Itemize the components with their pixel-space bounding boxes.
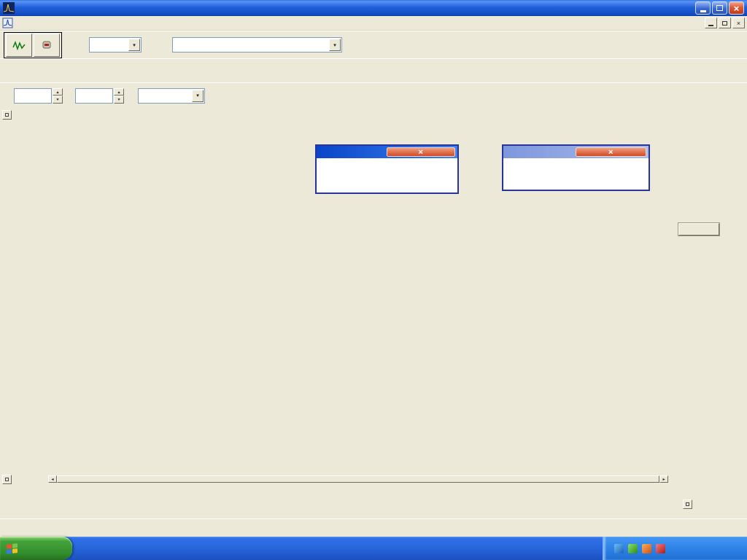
minimize-button[interactable]: [695, 1, 711, 15]
tray-icon-2[interactable]: [628, 544, 638, 553]
status-bar: [0, 518, 747, 535]
scrollbar-thumb[interactable]: [57, 475, 659, 483]
document-icon: [2, 18, 13, 28]
taskbar: [0, 537, 747, 560]
avg-select[interactable]: ▼: [89, 37, 142, 52]
plot-corner-button-top[interactable]: [2, 110, 12, 120]
mdi-close-button[interactable]: ×: [732, 18, 745, 28]
tray-icon-3[interactable]: [642, 544, 651, 553]
plot-corner-button-bottom[interactable]: [2, 475, 12, 484]
close-button[interactable]: ×: [729, 1, 744, 15]
close-icon[interactable]: ×: [576, 147, 647, 157]
peak-frequency-readout-window[interactable]: ×: [502, 144, 650, 191]
scroll-left-icon[interactable]: ◄: [48, 475, 57, 483]
stop-sign-icon: [42, 40, 52, 50]
chevron-down-icon[interactable]: ▼: [329, 39, 341, 51]
stop-button[interactable]: [34, 34, 60, 57]
thd-value: [317, 158, 457, 192]
chevron-down-icon[interactable]: ▼: [192, 90, 204, 102]
plot-range-spinner[interactable]: ▲▼: [114, 88, 124, 104]
run-button[interactable]: [6, 34, 32, 57]
main-toolbar: [0, 58, 747, 82]
menu-bar: ×: [0, 16, 747, 31]
thd-title-bar[interactable]: ×: [317, 146, 457, 158]
app-icon: [3, 2, 15, 14]
system-tray: [603, 537, 747, 560]
overlays-panel: [670, 108, 747, 518]
load-configuration-select[interactable]: ▼: [172, 37, 342, 52]
scroll-right-icon[interactable]: ►: [659, 475, 668, 483]
peak-frequency-title-bar[interactable]: ×: [503, 146, 649, 158]
plot-range-input[interactable]: [75, 88, 113, 104]
transport-toolbar: ▼ ▼: [0, 31, 747, 58]
mdi-restore-button[interactable]: [719, 18, 731, 28]
plot-top-input[interactable]: [14, 88, 52, 104]
windows-logo-icon: [7, 543, 18, 554]
run-stop-group: [4, 32, 62, 58]
restore-button[interactable]: [712, 1, 727, 15]
peak-hold-select[interactable]: ▼: [138, 88, 205, 104]
mdi-minimize-button[interactable]: [705, 18, 717, 28]
plot-toolbar: ▲▼ ▲▼ ▼: [0, 82, 747, 108]
run-waveform-icon: [12, 40, 26, 50]
title-bar: ×: [0, 0, 747, 16]
start-button[interactable]: [0, 537, 72, 560]
close-icon[interactable]: ×: [387, 147, 456, 157]
tray-icon-4[interactable]: [656, 544, 665, 553]
thd-readout-window[interactable]: ×: [315, 144, 459, 194]
tray-icon-1[interactable]: [614, 544, 624, 553]
plot-h-scrollbar[interactable]: ◄ ►: [48, 475, 668, 483]
plot-top-spinner[interactable]: ▲▼: [53, 88, 63, 104]
overlays-options-button[interactable]: [678, 223, 719, 236]
peak-frequency-value: [503, 158, 649, 190]
panel-resize-grip[interactable]: [683, 499, 692, 509]
chevron-down-icon[interactable]: ▼: [128, 39, 140, 51]
